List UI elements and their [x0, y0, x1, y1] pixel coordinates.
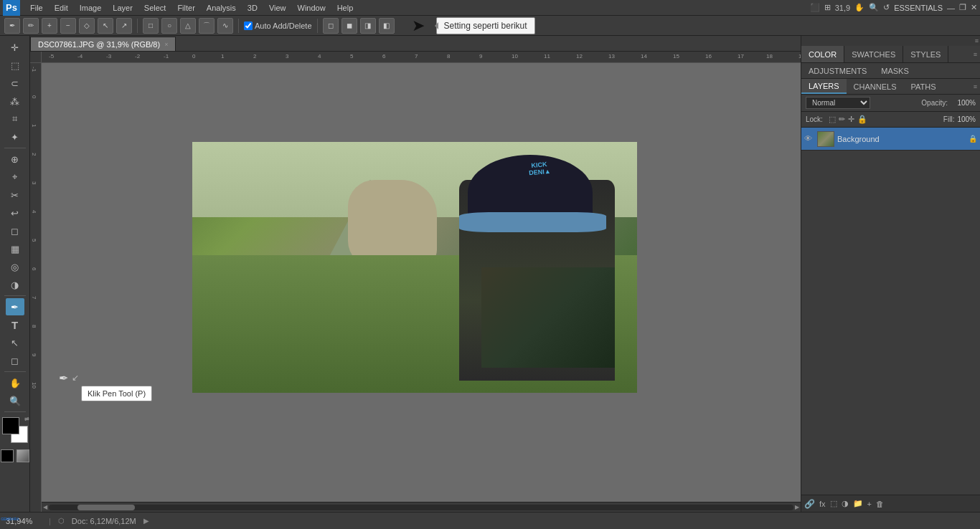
swap-colors-icon[interactable]: ⇌: [24, 416, 29, 422]
blend-mode-select[interactable]: Normal: [806, 97, 870, 109]
delete-layer-btn[interactable]: 🗑: [876, 500, 884, 508]
pen-tool-custom[interactable]: ∿: [217, 18, 233, 34]
foreground-color-swatch[interactable]: [2, 417, 19, 434]
direct-selection[interactable]: ↗: [116, 18, 132, 34]
workspace-controls: ⬛ ⊞ 31,9 ✋ 🔍 ↺ ESSENTIALS — ❐ ✕: [810, 3, 977, 12]
menu-help[interactable]: Help: [331, 2, 359, 14]
active-tab[interactable]: DSC07861.JPG @ 31,9% (RGB/8) ×: [30, 37, 176, 51]
opacity-value[interactable]: 100%: [951, 99, 976, 107]
fill-label: Fill:: [943, 115, 955, 123]
tab-color[interactable]: COLOR: [801, 46, 844, 62]
status-arrow-btn[interactable]: ▶: [143, 517, 149, 525]
workspace-label[interactable]: ESSENTIALS: [894, 4, 943, 12]
menu-file[interactable]: File: [24, 2, 49, 14]
pen-tool-path[interactable]: ⌒: [199, 18, 215, 34]
path-ops-3[interactable]: ◨: [360, 18, 376, 34]
menu-filter[interactable]: Filter: [171, 2, 200, 14]
add-anchor[interactable]: +: [42, 18, 57, 34]
add-mask-btn[interactable]: ⬚: [830, 499, 837, 508]
layers-options-icon[interactable]: ≡: [971, 83, 980, 90]
selection-tool[interactable]: ↖: [98, 18, 113, 34]
history-brush-tool[interactable]: ↩: [6, 204, 24, 221]
gradient-tool[interactable]: ▦: [6, 240, 24, 257]
tab-swatches[interactable]: SWATCHES: [844, 46, 903, 62]
h-scroll-thumb[interactable]: [77, 505, 135, 510]
text-tool[interactable]: T: [6, 316, 24, 333]
h-scrollbar[interactable]: ◀ ▶: [42, 502, 801, 512]
close-btn[interactable]: ✕: [971, 3, 977, 12]
eraser-tool[interactable]: ◻: [6, 222, 24, 239]
menu-layer[interactable]: Layer: [107, 2, 138, 14]
shape-ellipse[interactable]: ○: [161, 18, 177, 34]
tab-channels[interactable]: CHANNELS: [847, 79, 904, 94]
layer-style-btn[interactable]: fx: [819, 500, 826, 508]
lock-all-icon[interactable]: 🔒: [857, 115, 867, 124]
layers-lock-row: Lock: ⬚ ✏ ✛ 🔒 Fill: 100%: [801, 112, 980, 128]
path-ops-2[interactable]: ◼: [341, 18, 357, 34]
layer-thumbnail: [817, 131, 834, 147]
lasso-tool[interactable]: ⊂: [6, 75, 24, 92]
pen-tool-standard[interactable]: ✒: [4, 18, 20, 34]
tab-adjustments[interactable]: ADJUSTMENTS: [801, 63, 874, 78]
shape-rect[interactable]: □: [143, 18, 159, 34]
link-layers-btn[interactable]: 🔗: [804, 499, 815, 509]
restore-btn[interactable]: ❐: [959, 3, 966, 12]
menu-select[interactable]: Select: [138, 2, 172, 14]
menu-analysis[interactable]: Analysis: [201, 2, 242, 14]
quick-mask-on[interactable]: [17, 449, 29, 462]
delete-anchor[interactable]: −: [60, 18, 76, 34]
minimize-btn[interactable]: —: [947, 4, 955, 12]
path-ops-1[interactable]: ◻: [323, 18, 339, 34]
shape-tool[interactable]: ◻: [6, 352, 24, 369]
panel-collapse-icon[interactable]: ≡: [975, 37, 979, 44]
tab-styles[interactable]: STYLES: [903, 46, 948, 62]
quick-select-tool[interactable]: ⁂: [6, 92, 24, 110]
pen-tool-freeform[interactable]: ✏: [23, 18, 39, 34]
tool-divider-4: [4, 411, 26, 412]
tab-masks[interactable]: MASKS: [874, 63, 916, 78]
pen-tool[interactable]: ✒: [6, 298, 24, 315]
scroll-right-btn[interactable]: ▶: [795, 504, 799, 510]
menu-edit[interactable]: Edit: [49, 2, 74, 14]
zoom-tool[interactable]: 🔍: [6, 392, 24, 409]
shape-triangle[interactable]: △: [180, 18, 196, 34]
move-tool[interactable]: ✛: [6, 39, 24, 56]
hand-tool[interactable]: ✋: [6, 374, 24, 391]
opacity-row: Opacity: 100%: [921, 99, 976, 107]
convert-point[interactable]: ◇: [79, 18, 95, 34]
blur-tool[interactable]: ◎: [6, 258, 24, 275]
close-tab-btn[interactable]: ×: [164, 41, 168, 48]
fill-value[interactable]: 100%: [957, 115, 976, 123]
eyedropper-tool[interactable]: ✦: [6, 128, 24, 146]
tab-layers[interactable]: LAYERS: [801, 79, 847, 94]
new-layer-btn[interactable]: +: [867, 500, 872, 508]
canvas-image-container: KICKDENI▲: [192, 142, 637, 393]
new-group-btn[interactable]: 📁: [853, 499, 863, 508]
tab-paths[interactable]: PATHS: [904, 79, 943, 94]
lock-image-icon[interactable]: ✏: [839, 115, 845, 124]
crop-tool[interactable]: ⌗: [6, 110, 24, 128]
layer-visibility-eye[interactable]: 👁: [804, 134, 814, 144]
lock-transparency-icon[interactable]: ⬚: [829, 115, 836, 124]
menu-3d[interactable]: 3D: [242, 2, 263, 14]
healing-brush-tool[interactable]: ⊕: [6, 151, 24, 168]
canvas-viewport[interactable]: KICKDENI▲ ✒ ↙ Klik Pen Tool (P) ◀: [42, 63, 801, 512]
clone-stamp-tool[interactable]: ✂: [6, 186, 24, 204]
autoadd-checkbox[interactable]: [244, 22, 253, 30]
brush-tool[interactable]: ⌖: [6, 168, 24, 186]
h-scroll-track[interactable]: [49, 505, 793, 510]
menu-view[interactable]: View: [263, 2, 292, 14]
path-ops-4[interactable]: ◧: [379, 18, 395, 34]
lock-position-icon[interactable]: ✛: [848, 115, 854, 124]
scroll-left-btn[interactable]: ◀: [43, 504, 47, 510]
adjustment-layer-btn[interactable]: ◑: [842, 499, 849, 508]
layer-item-background[interactable]: 👁 Background 🔒: [801, 128, 980, 151]
panel-options-icon[interactable]: ≡: [971, 51, 980, 58]
dodge-tool[interactable]: ◑: [6, 276, 24, 293]
marquee-tool[interactable]: ⬚: [6, 57, 24, 74]
quick-mask-off[interactable]: [1, 449, 14, 462]
menu-window[interactable]: Window: [292, 2, 331, 14]
mode-indicator: ⬛: [810, 3, 820, 12]
path-select-tool[interactable]: ↖: [6, 334, 24, 351]
menu-image[interactable]: Image: [74, 2, 108, 14]
